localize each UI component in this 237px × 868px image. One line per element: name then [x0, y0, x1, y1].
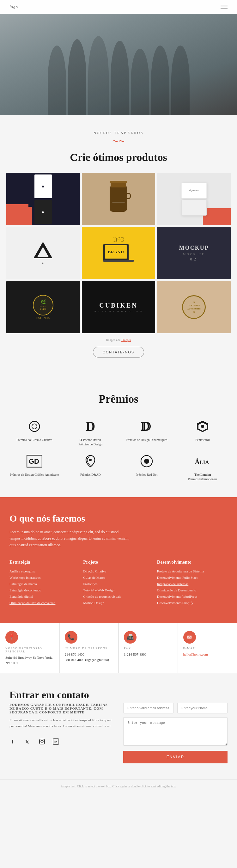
name-input[interactable] [177, 703, 228, 713]
design-item-4[interactable]: Tutorial e Web Design [83, 588, 154, 592]
portfolio-item-1[interactable]: ◆ ◆ [6, 173, 80, 225]
logo: logo [9, 4, 18, 9]
menu-button[interactable] [221, 5, 228, 9]
person-1 [48, 45, 66, 115]
services-grid: Estratégia Análise e pesquisa Workshops … [9, 559, 228, 607]
form-layout: PODEMOS GARANTIR CONFIABILIDADE, TARIFAS… [9, 703, 228, 763]
strategy-item-2[interactable]: Workshops interativos [9, 576, 80, 580]
contact-card-email: ✉ E-MAIL hello@home.com [178, 623, 237, 673]
twitter-icon[interactable]: 𝕏 [23, 737, 33, 746]
linkedin-icon[interactable]: in [51, 737, 61, 746]
freepik-credit: Imagens de Freepik [0, 338, 237, 342]
award-item-1: Prêmios do Círculo Criativo [8, 418, 61, 447]
strategy-item-5[interactable]: Estratégia digital [9, 595, 80, 598]
person-3 [88, 36, 109, 115]
strategy-item-3[interactable]: Estratégia de marca [9, 582, 80, 586]
freepik-link[interactable]: Freepik [121, 338, 131, 342]
fax-icon: 📠 [124, 631, 137, 644]
dev-item-1[interactable]: Projeto de Arquitetura de Sistema [157, 569, 228, 573]
form-right: ENVIAR [123, 703, 228, 763]
form-section: Entrar em contato PODEMOS GARANTIR CONFI… [0, 673, 237, 779]
office-label: NOSSO ESCRITÓRIO PRINCIPAL [5, 647, 54, 653]
award-item-4: Pentawards [176, 418, 229, 447]
design-item-1[interactable]: Direção Criativa [83, 569, 154, 573]
portfolio-item-7[interactable]: 🌿 GOLD CLUB EST. 2015 [6, 281, 80, 333]
form-desc: Etiam sit amet convallis est. • class am… [9, 717, 114, 729]
award-icon-1 [26, 418, 43, 435]
design-item-2[interactable]: Guias de Marca [83, 576, 154, 580]
award-icon-2: D [82, 418, 99, 435]
portfolio-item-4[interactable]: L [6, 227, 80, 279]
facebook-icon[interactable]: f [9, 737, 19, 746]
footer-note: Sample text. Click to select the text bo… [0, 779, 237, 793]
strategy-list: Análise e pesquisa Workshops interativos… [9, 569, 80, 605]
svg-text:f: f [12, 739, 13, 744]
award-item-8: ÅLIA The London Prêmios Internacionais [176, 453, 229, 482]
hero-section [0, 14, 237, 115]
award-item-7: Prêmios Red Dot [120, 453, 173, 482]
svg-text:ÅLIA: ÅLIA [195, 458, 209, 465]
award-name-7: Prêmios Red Dot [136, 472, 157, 477]
form-title: Entrar em contato [9, 689, 228, 701]
person-2 [68, 39, 86, 115]
svg-text:GD: GD [29, 457, 39, 465]
portfolio-item-3[interactable]: signature [157, 173, 231, 225]
award-name-4: Pentawards [195, 438, 210, 442]
awards-title: Prêmios [6, 392, 231, 406]
dev-list: Projeto de Arquitetura de Sistema Desenv… [157, 569, 228, 605]
design-item-5[interactable]: Criação de recursos visuais [83, 595, 154, 598]
svg-point-15 [41, 740, 43, 743]
dev-item-6[interactable]: Desenvolvimento Shopify [157, 601, 228, 605]
email-input[interactable] [123, 703, 173, 713]
design-item-6[interactable]: Motion Design [83, 601, 154, 605]
portfolio-item-8[interactable]: CUBIKEN K I T C H E N D E S I G N [82, 281, 156, 333]
form-subtitle: PODEMOS GARANTIR CONFIABILIDADE, TARIFAS… [9, 703, 114, 714]
hero-team-photo [0, 14, 237, 115]
fax-label: FAX [124, 647, 131, 650]
dev-item-5[interactable]: Desenvolvimento WordPress [157, 595, 228, 598]
svg-point-16 [43, 739, 44, 740]
svg-point-8 [89, 459, 92, 461]
awards-grid: Prêmios do Círculo Criativo D O Pacote D… [8, 418, 229, 482]
dev-item-2[interactable]: Desenvolvimento Fullo Stack [157, 576, 228, 580]
award-item-3: 𝔻 Prêmios de Design Dinamarqués [120, 418, 173, 447]
triangle-icon [33, 242, 53, 258]
what-we-do-section: O que nós fazemos Lorem ipsum dolor sit … [0, 497, 237, 623]
contact-cards: 📍 NOSSO ESCRITÓRIO PRINCIPAL Suite 94 Br… [0, 623, 237, 673]
portfolio-item-6[interactable]: MOCKUP MOCK UP 02 [157, 227, 231, 279]
portfolio-item-9[interactable]: ★ CERTIFIED AUTHENTIC ★ [157, 281, 231, 333]
svg-text:𝕏: 𝕏 [25, 739, 29, 744]
office-address: Suite 94 Broadway St Nova York, NY 1001 [5, 655, 54, 665]
strategy-item-1[interactable]: Análise e pesquisa [9, 569, 80, 573]
svg-point-5 [201, 425, 204, 428]
cubiken-brand: CUBIKEN K I T C H E N D E S I G N [95, 302, 142, 313]
fax-value: 1-214-567-8900 [124, 652, 147, 657]
what-desc-link[interactable]: ut labore et [38, 536, 55, 540]
submit-button[interactable]: ENVIAR [123, 751, 228, 763]
award-icon-7 [138, 453, 155, 469]
dev-item-3[interactable]: Integração de sistemas [157, 582, 228, 586]
contact-button[interactable]: CONTATE-NOS [93, 347, 144, 358]
portfolio-item-5[interactable]: BRAND ING [82, 227, 156, 279]
svg-text:𝔻: 𝔻 [140, 420, 151, 433]
service-title-dev: Desenvolvimento [157, 559, 228, 565]
phone-label: NÚMERO DE TELEFONE [65, 647, 108, 650]
awards-section: Prêmios Prêmios do Círculo Criativo D O … [0, 376, 237, 497]
award-name-6: Prêmios D&AD [80, 472, 101, 477]
location-icon: 📍 [5, 631, 18, 644]
design-item-3[interactable]: Protótipos [83, 582, 154, 586]
contact-card-phone: 📞 NÚMERO DE TELEFONE 214-876-1400888-013… [59, 623, 119, 673]
dev-item-4[interactable]: Otimização de Desempenho [157, 588, 228, 592]
portfolio-item-2[interactable] [82, 173, 156, 225]
award-name-1: Prêmios do Círculo Criativo [16, 438, 52, 442]
email-link[interactable]: hello@home.com [183, 652, 208, 656]
strategy-item-4[interactable]: Estratégia de conteúdo [9, 588, 80, 592]
person-4 [111, 41, 129, 115]
message-textarea[interactable] [123, 717, 228, 746]
instagram-icon[interactable] [37, 737, 47, 746]
contact-card-office: 📍 NOSSO ESCRITÓRIO PRINCIPAL Suite 94 Br… [0, 623, 59, 673]
email-value: hello@home.com [183, 652, 208, 657]
award-name-2: O Pacote Dative Prêmios de Design [78, 438, 102, 447]
strategy-item-6[interactable]: Otimização da taxa de conversão [9, 601, 80, 605]
works-label: NOSSOS TRABALHOS [0, 131, 237, 135]
